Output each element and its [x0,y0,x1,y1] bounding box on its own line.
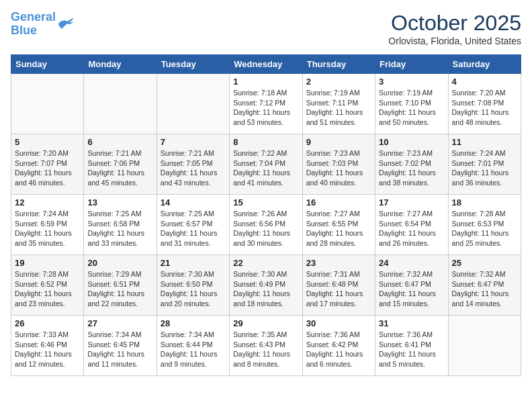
calendar-cell: 7Sunrise: 7:21 AMSunset: 7:05 PMDaylight… [157,134,229,195]
day-info: Sunrise: 7:27 AMSunset: 6:55 PMDaylight:… [306,209,371,248]
day-number: 26 [15,318,80,328]
day-number: 28 [161,318,226,328]
calendar-week-row: 5Sunrise: 7:20 AMSunset: 7:07 PMDaylight… [11,134,521,195]
weekday-header-sunday: Sunday [11,55,84,74]
day-info: Sunrise: 7:24 AMSunset: 6:59 PMDaylight:… [15,209,80,248]
calendar-cell: 4Sunrise: 7:20 AMSunset: 7:08 PMDaylight… [448,74,521,134]
day-info: Sunrise: 7:29 AMSunset: 6:51 PMDaylight:… [87,269,152,309]
day-number: 31 [379,318,444,328]
day-info: Sunrise: 7:26 AMSunset: 6:56 PMDaylight:… [233,209,298,248]
calendar-table: SundayMondayTuesdayWednesdayThursdayFrid… [11,54,521,376]
day-number: 9 [306,137,371,147]
day-number: 23 [306,258,371,268]
calendar-cell: 17Sunrise: 7:27 AMSunset: 6:54 PMDayligh… [375,195,448,255]
day-number: 30 [306,318,371,328]
day-info: Sunrise: 7:31 AMSunset: 6:48 PMDaylight:… [306,269,371,309]
day-number: 6 [87,137,152,147]
day-info: Sunrise: 7:36 AMSunset: 6:41 PMDaylight:… [379,330,444,369]
calendar-cell: 31Sunrise: 7:36 AMSunset: 6:41 PMDayligh… [375,316,448,376]
calendar-cell: 3Sunrise: 7:19 AMSunset: 7:10 PMDaylight… [375,74,448,134]
weekday-header-friday: Friday [375,55,448,74]
day-number: 14 [161,197,226,208]
month-title: October 2025 [388,11,521,36]
day-info: Sunrise: 7:20 AMSunset: 7:07 PMDaylight:… [15,148,80,188]
day-number: 25 [452,258,517,268]
weekday-header-monday: Monday [84,55,157,74]
calendar-cell: 22Sunrise: 7:30 AMSunset: 6:49 PMDayligh… [230,255,302,316]
logo: GeneralBlue [11,11,76,38]
day-info: Sunrise: 7:36 AMSunset: 6:42 PMDaylight:… [306,330,371,369]
calendar-cell: 30Sunrise: 7:36 AMSunset: 6:42 PMDayligh… [302,316,375,376]
title-block: October 2025 Orlovista, Florida, United … [388,11,521,46]
calendar-cell: 28Sunrise: 7:34 AMSunset: 6:44 PMDayligh… [157,316,229,376]
calendar-cell [84,74,157,134]
calendar-cell: 20Sunrise: 7:29 AMSunset: 6:51 PMDayligh… [84,255,157,316]
calendar-week-row: 19Sunrise: 7:28 AMSunset: 6:52 PMDayligh… [11,255,521,316]
day-info: Sunrise: 7:25 AMSunset: 6:58 PMDaylight:… [87,209,152,248]
day-number: 11 [452,137,517,147]
header: GeneralBlue October 2025 Orlovista, Flor… [11,11,521,46]
calendar-cell: 11Sunrise: 7:24 AMSunset: 7:01 PMDayligh… [448,134,521,195]
calendar-cell: 24Sunrise: 7:32 AMSunset: 6:47 PMDayligh… [375,255,448,316]
day-number: 18 [452,197,517,208]
calendar-cell: 2Sunrise: 7:19 AMSunset: 7:11 PMDaylight… [302,74,375,134]
calendar-cell: 6Sunrise: 7:21 AMSunset: 7:06 PMDaylight… [84,134,157,195]
day-number: 22 [233,258,298,268]
day-info: Sunrise: 7:32 AMSunset: 6:47 PMDaylight:… [452,269,517,309]
day-info: Sunrise: 7:23 AMSunset: 7:02 PMDaylight:… [379,148,444,188]
day-info: Sunrise: 7:34 AMSunset: 6:45 PMDaylight:… [87,330,152,369]
calendar-cell: 21Sunrise: 7:30 AMSunset: 6:50 PMDayligh… [157,255,229,316]
day-number: 1 [233,77,298,87]
day-info: Sunrise: 7:21 AMSunset: 7:05 PMDaylight:… [161,148,226,188]
logo-bird-icon [57,16,76,32]
calendar-cell: 25Sunrise: 7:32 AMSunset: 6:47 PMDayligh… [448,255,521,316]
day-number: 7 [161,137,226,147]
weekday-header-thursday: Thursday [302,55,375,74]
day-number: 15 [233,197,298,208]
calendar-cell: 5Sunrise: 7:20 AMSunset: 7:07 PMDaylight… [11,134,84,195]
day-number: 8 [233,137,298,147]
calendar-cell: 13Sunrise: 7:25 AMSunset: 6:58 PMDayligh… [84,195,157,255]
day-number: 17 [379,197,444,208]
day-number: 10 [379,137,444,147]
calendar-cell: 15Sunrise: 7:26 AMSunset: 6:56 PMDayligh… [230,195,302,255]
logo-text: GeneralBlue [11,11,56,38]
day-info: Sunrise: 7:35 AMSunset: 6:43 PMDaylight:… [233,330,298,369]
calendar-cell: 9Sunrise: 7:23 AMSunset: 7:03 PMDaylight… [302,134,375,195]
day-number: 19 [15,258,80,268]
day-info: Sunrise: 7:33 AMSunset: 6:46 PMDaylight:… [15,330,80,369]
day-info: Sunrise: 7:21 AMSunset: 7:06 PMDaylight:… [87,148,152,188]
day-info: Sunrise: 7:28 AMSunset: 6:52 PMDaylight:… [15,269,80,309]
day-info: Sunrise: 7:19 AMSunset: 7:10 PMDaylight:… [379,88,444,128]
calendar-cell: 18Sunrise: 7:28 AMSunset: 6:53 PMDayligh… [448,195,521,255]
calendar-cell: 27Sunrise: 7:34 AMSunset: 6:45 PMDayligh… [84,316,157,376]
calendar-cell: 12Sunrise: 7:24 AMSunset: 6:59 PMDayligh… [11,195,84,255]
day-number: 5 [15,137,80,147]
day-number: 12 [15,197,80,208]
calendar-week-row: 12Sunrise: 7:24 AMSunset: 6:59 PMDayligh… [11,195,521,255]
day-number: 27 [87,318,152,328]
day-info: Sunrise: 7:30 AMSunset: 6:49 PMDaylight:… [233,269,298,309]
day-info: Sunrise: 7:22 AMSunset: 7:04 PMDaylight:… [233,148,298,188]
day-info: Sunrise: 7:24 AMSunset: 7:01 PMDaylight:… [452,148,517,188]
day-info: Sunrise: 7:23 AMSunset: 7:03 PMDaylight:… [306,148,371,188]
calendar-cell: 26Sunrise: 7:33 AMSunset: 6:46 PMDayligh… [11,316,84,376]
day-number: 29 [233,318,298,328]
calendar-header-row: SundayMondayTuesdayWednesdayThursdayFrid… [11,55,521,74]
day-info: Sunrise: 7:34 AMSunset: 6:44 PMDaylight:… [161,330,226,369]
calendar-cell [11,74,84,134]
day-info: Sunrise: 7:28 AMSunset: 6:53 PMDaylight:… [452,209,517,248]
day-number: 13 [87,197,152,208]
day-info: Sunrise: 7:30 AMSunset: 6:50 PMDaylight:… [161,269,226,309]
calendar-cell [157,74,229,134]
calendar-cell: 16Sunrise: 7:27 AMSunset: 6:55 PMDayligh… [302,195,375,255]
weekday-header-saturday: Saturday [448,55,521,74]
calendar-cell: 1Sunrise: 7:18 AMSunset: 7:12 PMDaylight… [230,74,302,134]
day-number: 16 [306,197,371,208]
day-info: Sunrise: 7:20 AMSunset: 7:08 PMDaylight:… [452,88,517,128]
day-info: Sunrise: 7:18 AMSunset: 7:12 PMDaylight:… [233,88,298,128]
weekday-header-wednesday: Wednesday [230,55,302,74]
calendar-cell: 23Sunrise: 7:31 AMSunset: 6:48 PMDayligh… [302,255,375,316]
day-number: 2 [306,77,371,87]
day-info: Sunrise: 7:19 AMSunset: 7:11 PMDaylight:… [306,88,371,128]
